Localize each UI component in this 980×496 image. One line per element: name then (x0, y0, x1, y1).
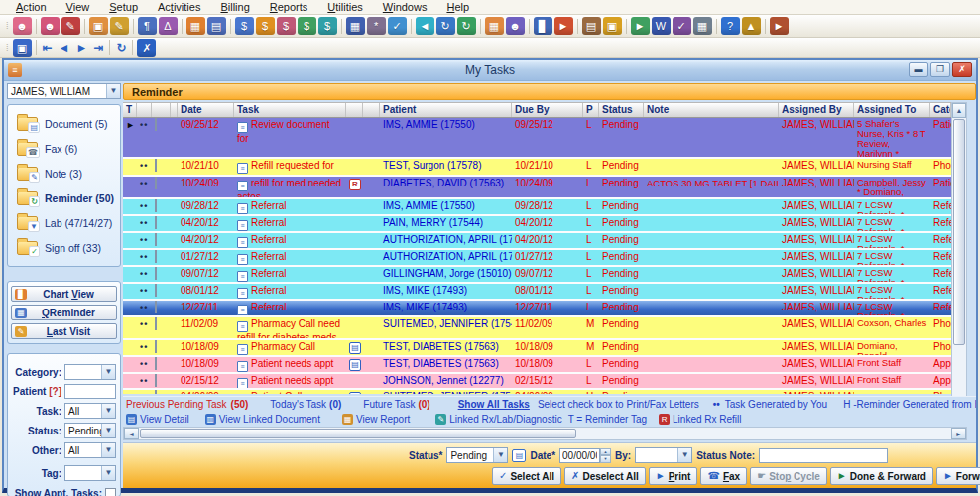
refresh-icon[interactable]: ↻ (116, 41, 126, 55)
back-icon[interactable]: ◄ (416, 17, 434, 35)
task-row[interactable]: ••10/18/09≡Pharmacy Call▤TEST, DIABETES … (123, 340, 951, 357)
spell-check-icon[interactable]: ✓ (673, 17, 691, 35)
menu-item-view[interactable]: View (57, 1, 100, 14)
chevron-down-icon[interactable]: ▼ (101, 365, 115, 379)
sidebar-item-document[interactable]: ▤Document (5) (10, 111, 118, 136)
progress-notes-icon[interactable]: ✎ (110, 17, 129, 35)
menu-item-action[interactable]: Action (6, 1, 57, 14)
row-checkbox[interactable] (155, 301, 157, 313)
column-header-Note[interactable]: Note (644, 103, 779, 117)
web-schedule-icon[interactable]: ↻ (457, 17, 476, 35)
next-record-icon[interactable]: ► (75, 41, 87, 55)
menu-item-help[interactable]: Help (436, 1, 479, 14)
patient-folder-icon[interactable]: ▣ (89, 17, 108, 35)
deselect-all-button[interactable]: ✗Deselect All (564, 467, 646, 485)
sidebar-item-lab[interactable]: ▼Lab (47/14/27) (10, 210, 118, 235)
spin-up-icon[interactable]: ▲ (600, 448, 611, 456)
task-row[interactable]: ••10/18/09≡Patient needs appt▤TEST, DIAB… (123, 357, 951, 374)
column-header-blank[interactable] (137, 103, 152, 117)
prev-record-icon[interactable]: ◄ (59, 41, 70, 55)
task-row[interactable]: ••09/28/12≡ReferralIMS, AMMIE (17550)09/… (123, 199, 951, 216)
appointments-icon[interactable]: ☻ (13, 17, 32, 35)
registry-icon[interactable]: ▦ (485, 17, 504, 35)
footer-date-input[interactable] (559, 448, 600, 463)
claims-icon[interactable]: $ (256, 17, 275, 35)
user-tools-icon[interactable]: * (367, 17, 386, 35)
row-checkbox[interactable] (155, 250, 157, 263)
row-checkbox[interactable] (155, 267, 157, 280)
restore-button[interactable]: ❐ (930, 62, 950, 77)
grid-icon[interactable]: ▦ (693, 17, 712, 35)
sidebar-item-note[interactable]: ✎Note (3) (10, 161, 118, 186)
task-row[interactable]: ••10/24/09≡refill for med needed actosRD… (123, 177, 951, 199)
window-titlebar[interactable]: ≡ My Tasks ▬ ❐ ✗ (4, 60, 976, 81)
linked-document-icon[interactable]: ▤ (349, 392, 361, 394)
scroll-left-icon[interactable]: ◄ (124, 428, 139, 439)
payments-icon[interactable]: $ (298, 17, 316, 35)
qreminder-button[interactable]: ▦QReminder (11, 305, 117, 320)
task-row[interactable]: ••12/27/11≡ReferralIMS, MIKE (17493)12/2… (123, 301, 951, 317)
folder-export-icon[interactable]: ► (554, 17, 573, 35)
patient-edit-icon[interactable]: ✎ (61, 17, 80, 35)
row-checkbox[interactable] (155, 233, 157, 246)
status-select[interactable]: Pending▼ (64, 423, 116, 438)
task-select[interactable]: All▼ (64, 403, 116, 419)
column-header-Date[interactable]: Date (178, 103, 234, 117)
chevron-down-icon[interactable]: ▼ (677, 448, 691, 462)
column-header-T[interactable]: T (123, 103, 137, 117)
patient-help-icon[interactable]: [?] (49, 386, 61, 397)
task-row[interactable]: ••02/15/12≡Patient needs apptJOHNSON, Je… (123, 374, 951, 390)
category-select[interactable]: ▼ (64, 364, 116, 380)
sidebar-item-reminder[interactable]: ↻Reminder (50) (10, 186, 118, 210)
deposits-icon[interactable]: $ (318, 17, 337, 35)
column-header-blank[interactable] (346, 103, 363, 117)
menu-item-reports[interactable]: Reports (260, 1, 318, 14)
scroll-up-icon[interactable]: ▲ (952, 103, 966, 118)
row-checkbox[interactable] (155, 177, 157, 189)
row-checkbox[interactable] (155, 199, 157, 212)
legend-item[interactable]: Show All Tasks (458, 399, 530, 410)
web-sync-icon[interactable]: ↻ (436, 17, 455, 35)
patient-input[interactable] (64, 384, 116, 399)
task-row[interactable]: ••11/02/09≡Pharmacy Call need refill for… (123, 317, 951, 340)
ledger-icon[interactable]: ▦ (346, 17, 365, 35)
column-header-blank[interactable] (363, 103, 380, 117)
scroll-right-icon[interactable]: ► (951, 428, 966, 439)
other-select[interactable]: All▼ (64, 442, 116, 458)
row-checkbox[interactable] (155, 357, 157, 370)
footer-status-note-input[interactable] (759, 448, 888, 463)
row-checkbox[interactable] (155, 118, 157, 131)
last-visit-button[interactable]: ✎Last Visit (11, 323, 117, 339)
column-header-P[interactable]: P (583, 103, 599, 117)
provider-select[interactable]: JAMES, WILLIAM ▼ (7, 83, 121, 99)
office-visit-icon[interactable]: ▤ (207, 17, 226, 35)
chevron-down-icon[interactable]: ▼ (101, 424, 115, 437)
horizontal-scroll-thumb[interactable] (140, 429, 576, 438)
row-checkbox[interactable] (155, 216, 157, 229)
referral-icon[interactable]: ☻ (506, 17, 525, 35)
gold-folder-icon[interactable]: ▣ (603, 17, 622, 35)
forward-button[interactable]: ►Forward (936, 467, 980, 485)
vertical-scroll-thumb[interactable] (953, 119, 965, 345)
column-header-Cate[interactable]: Cate (930, 103, 951, 117)
done-forward-button[interactable]: ►Done & Forward (830, 467, 933, 485)
export-icon[interactable]: ► (631, 17, 650, 35)
column-header-blank[interactable] (171, 103, 178, 117)
sidebar-item-fax[interactable]: ☎Fax (6) (10, 136, 118, 161)
lock-icon[interactable]: ▲ (742, 17, 761, 35)
menu-item-utilities[interactable]: Utilities (317, 1, 372, 14)
patient-lookup-icon[interactable]: ☻ (41, 17, 60, 35)
help-icon[interactable]: ? (721, 17, 740, 35)
footer-status-select[interactable]: Pending▼ (446, 447, 508, 463)
column-header-Status[interactable]: Status (599, 103, 644, 117)
close-record-icon[interactable]: ✗ (137, 39, 156, 57)
menu-item-activities[interactable]: Activities (148, 1, 210, 14)
logout-icon[interactable]: ► (770, 17, 789, 35)
tag-select[interactable]: ▼ (64, 465, 116, 481)
task-row[interactable]: ••10/21/10≡Refill requested for vicodin.… (123, 159, 951, 177)
task-row[interactable]: ••08/01/12≡ReferralIMS, MIKE (17493)08/0… (123, 284, 951, 301)
chevron-down-icon[interactable]: ▼ (101, 404, 115, 418)
menu-item-windows[interactable]: Windows (373, 1, 437, 14)
task-row[interactable]: ►••09/25/12≡Review document forIMS, AMMI… (123, 118, 951, 159)
fax-button[interactable]: ☎Fax (700, 467, 747, 485)
